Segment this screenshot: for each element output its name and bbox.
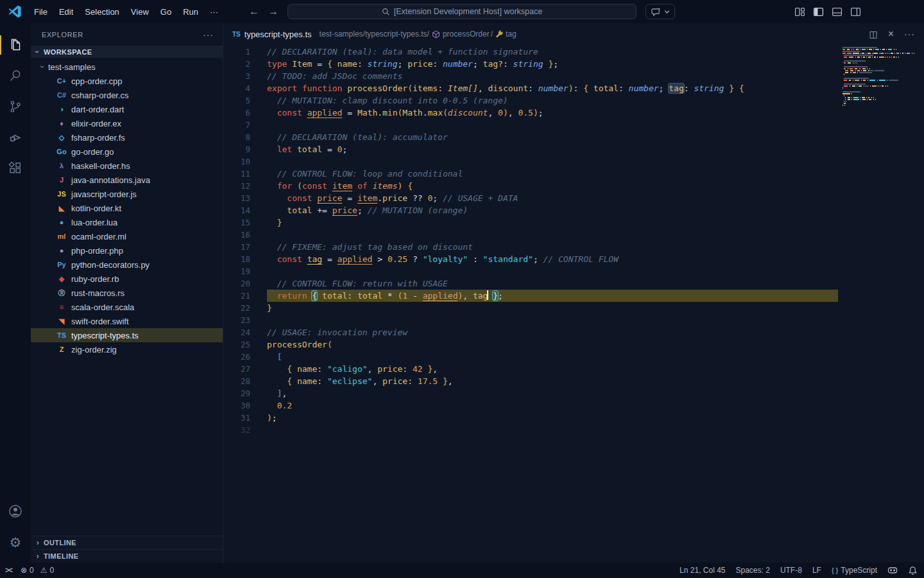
notifications-bell-icon[interactable] (908, 566, 918, 575)
file-item-lua-order.lua[interactable]: ●lua-order.lua (31, 215, 223, 229)
line-number[interactable]: 28 (223, 375, 250, 387)
minimap[interactable] (843, 47, 916, 109)
line-number[interactable]: 30 (223, 399, 250, 412)
code-line-14[interactable]: 14 total += price; // MUTATION (orange) (223, 204, 838, 216)
copilot-chat-button[interactable] (646, 4, 675, 19)
customize-layout-icon[interactable] (794, 6, 805, 17)
line-number[interactable]: 7 (223, 119, 250, 131)
line-number[interactable]: 22 (223, 302, 250, 314)
file-item-elixir-order.ex[interactable]: ♦elixir-order.ex (31, 116, 223, 130)
code-line-3[interactable]: 3// TODO: add JSDoc comments (223, 70, 838, 82)
menu-run[interactable]: Run (177, 4, 204, 19)
menu-edit[interactable]: Edit (53, 4, 79, 19)
code-line-32[interactable]: 32 (223, 424, 838, 436)
extensions-icon[interactable] (0, 153, 31, 184)
code-line-27[interactable]: 27 { name: "caligo", price: 42 }, (223, 363, 838, 375)
editor-more-actions[interactable]: ··· (904, 29, 915, 39)
cursor-position[interactable]: Ln 21, Col 45 (680, 566, 725, 575)
code-line-13[interactable]: 13 const price = item.price ?? 0; // USA… (223, 192, 838, 204)
line-number[interactable]: 17 (223, 241, 250, 253)
toggle-panel-icon[interactable] (832, 6, 843, 17)
split-editor-button[interactable]: ◫ (869, 29, 877, 39)
code-line-2[interactable]: 2type Item = { name: string; price: numb… (223, 58, 838, 70)
file-item-java-annotations.java[interactable]: Jjava-annotations.java (31, 173, 223, 187)
file-item-fsharp-order.fs[interactable]: ◇fsharp-order.fs (31, 130, 223, 144)
file-item-cpp-order.cpp[interactable]: C+cpp-order.cpp (31, 74, 223, 88)
file-item-rust-macros.rs[interactable]: Ⓡrust-macros.rs (31, 286, 223, 300)
line-number[interactable]: 9 (223, 143, 250, 155)
timeline-section-header[interactable]: › TIMELINE (31, 549, 223, 563)
copilot-status-icon[interactable] (887, 565, 898, 575)
file-item-javascript-order.js[interactable]: JSjavascript-order.js (31, 187, 223, 201)
line-number[interactable]: 5 (223, 94, 250, 107)
line-number[interactable]: 4 (223, 82, 250, 94)
code-line-19[interactable]: 19 (223, 265, 838, 277)
file-item-go-order.go[interactable]: Gogo-order.go (31, 144, 223, 159)
eol[interactable]: LF (812, 566, 821, 575)
code-line-5[interactable]: 5 // MUTATION: clamp discount into 0-0.5… (223, 94, 838, 107)
code-editor[interactable]: 1// DECLARATION (teal): data model + fun… (223, 45, 924, 563)
line-number[interactable]: 27 (223, 363, 250, 375)
code-line-8[interactable]: 8 // DECLARATION (teal): accumulator (223, 131, 838, 143)
file-item-zig-order.zig[interactable]: Zzig-order.zig (31, 342, 223, 356)
line-number[interactable]: 8 (223, 131, 250, 143)
source-control-icon[interactable] (0, 91, 31, 122)
folder-test-samples[interactable]: › test-samples (31, 60, 223, 74)
code-line-4[interactable]: 4export function processOrder(items: Ite… (223, 82, 838, 94)
file-item-swift-order.swift[interactable]: ◥swift-order.swift (31, 314, 223, 328)
workspace-section-header[interactable]: › WORKSPACE (31, 46, 223, 58)
indentation[interactable]: Spaces: 2 (736, 566, 770, 575)
code-line-12[interactable]: 12 for (const item of items) { (223, 180, 838, 192)
code-line-9[interactable]: 9 let total = 0; (223, 143, 838, 155)
close-tab-button[interactable]: × (888, 28, 894, 40)
code-line-24[interactable]: 24// USAGE: invocation preview (223, 326, 838, 338)
explorer-more-actions[interactable]: ··· (203, 30, 214, 40)
line-number[interactable]: 15 (223, 216, 250, 229)
code-line-10[interactable]: 10 (223, 155, 838, 168)
search-view-icon[interactable] (0, 60, 31, 91)
problems-indicator[interactable]: ⊗ 0 ⚠ 0 (21, 566, 54, 575)
line-number[interactable]: 20 (223, 277, 250, 290)
code-line-31[interactable]: 31); (223, 412, 838, 424)
code-line-25[interactable]: 25processOrder( (223, 338, 838, 351)
menu-go[interactable]: Go (155, 4, 177, 19)
code-line-30[interactable]: 30 0.2 (223, 399, 838, 412)
code-line-7[interactable]: 7 (223, 119, 838, 131)
toggle-secondary-sidebar-icon[interactable] (850, 6, 861, 17)
nav-forward-button[interactable]: → (268, 6, 278, 17)
breadcrumb[interactable]: test-samples/typescript-types.ts/ proces… (320, 30, 517, 39)
file-item-haskell-order.hs[interactable]: λhaskell-order.hs (31, 159, 223, 173)
file-item-kotlin-order.kt[interactable]: ◣kotlin-order.kt (31, 201, 223, 215)
file-item-python-decorators.py[interactable]: Pypython-decorators.py (31, 258, 223, 272)
code-line-20[interactable]: 20 // CONTROL FLOW: return with USAGE (223, 277, 838, 290)
code-line-17[interactable]: 17 // FIXEME: adjust tag based on discou… (223, 241, 838, 253)
line-number[interactable]: 32 (223, 424, 250, 436)
nav-back-button[interactable]: ← (249, 6, 259, 17)
line-number[interactable]: 14 (223, 204, 250, 216)
line-number[interactable]: 1 (223, 46, 250, 58)
menu-view[interactable]: View (125, 4, 155, 19)
line-number[interactable]: 24 (223, 326, 250, 338)
command-center-search[interactable]: [Extension Development Host] workspace (287, 4, 637, 19)
file-item-csharp-order.cs[interactable]: C#csharp-order.cs (31, 88, 223, 102)
code-line-26[interactable]: 26 [ (223, 351, 838, 363)
settings-gear-icon[interactable]: ⚙ (0, 527, 31, 557)
menu-selection[interactable]: Selection (79, 4, 124, 19)
language-mode[interactable]: { }TypeScript (832, 566, 877, 575)
line-number[interactable]: 19 (223, 265, 250, 277)
menu-file[interactable]: File (28, 4, 53, 19)
line-number[interactable]: 31 (223, 412, 250, 424)
code-line-1[interactable]: 1// DECLARATION (teal): data model + fun… (223, 46, 838, 58)
code-line-23[interactable]: 23 (223, 314, 838, 326)
remote-indicator[interactable]: >< (5, 566, 12, 575)
explorer-icon[interactable] (0, 30, 31, 60)
code-line-21[interactable]: 21 return { total: total * (1 - applied)… (223, 290, 838, 302)
file-item-scala-order.scala[interactable]: ≡scala-order.scala (31, 300, 223, 314)
toggle-primary-sidebar-icon[interactable] (813, 6, 824, 17)
file-item-typescript-types.ts[interactable]: TStypescript-types.ts (31, 328, 223, 342)
code-line-22[interactable]: 22} (223, 302, 838, 314)
menu-[interactable]: ··· (204, 4, 224, 19)
file-item-ruby-order.rb[interactable]: ◆ruby-order.rb (31, 272, 223, 286)
outline-section-header[interactable]: › OUTLINE (31, 536, 223, 549)
line-number[interactable]: 12 (223, 180, 250, 192)
